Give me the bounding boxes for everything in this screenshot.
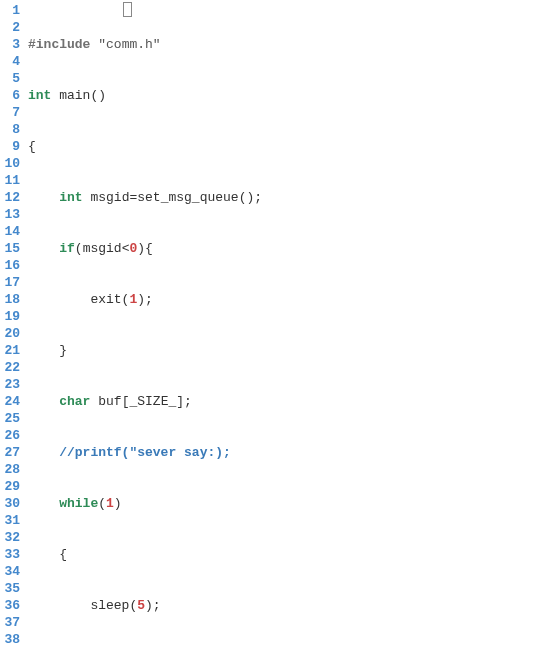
line-number: 13 bbox=[0, 206, 20, 223]
brace: ){ bbox=[137, 241, 153, 256]
brace: } bbox=[59, 343, 67, 358]
line-number: 8 bbox=[0, 121, 20, 138]
paren: ( bbox=[98, 496, 106, 511]
keyword-char: char bbox=[59, 394, 90, 409]
indent bbox=[28, 190, 59, 205]
line-number: 7 bbox=[0, 104, 20, 121]
line-number: 36 bbox=[0, 597, 20, 614]
indent bbox=[28, 343, 59, 358]
line-number: 31 bbox=[0, 512, 20, 529]
code-line[interactable]: { bbox=[28, 138, 560, 155]
line-number: 22 bbox=[0, 359, 20, 376]
ident: main() bbox=[51, 88, 106, 103]
code-line[interactable]: if(msgid<0){ bbox=[28, 240, 560, 257]
line-number: 30 bbox=[0, 495, 20, 512]
paren: ) bbox=[114, 496, 122, 511]
line-number: 35 bbox=[0, 580, 20, 597]
code-line[interactable]: int main() bbox=[28, 87, 560, 104]
indent bbox=[28, 241, 59, 256]
line-number: 28 bbox=[0, 461, 20, 478]
line-number: 23 bbox=[0, 376, 20, 393]
line-number: 9 bbox=[0, 138, 20, 155]
call: exit( bbox=[28, 292, 129, 307]
brace: { bbox=[59, 547, 67, 562]
keyword-int: int bbox=[28, 88, 51, 103]
line-number: 21 bbox=[0, 342, 20, 359]
indent bbox=[28, 496, 59, 511]
keyword-int: int bbox=[59, 190, 82, 205]
line-number: 32 bbox=[0, 529, 20, 546]
ident: msgid=set_msg_queue(); bbox=[83, 190, 262, 205]
line-number: 16 bbox=[0, 257, 20, 274]
line-number: 11 bbox=[0, 172, 20, 189]
indent bbox=[28, 547, 59, 562]
line-number: 5 bbox=[0, 70, 20, 87]
comment: //printf("sever say:); bbox=[28, 445, 231, 460]
line-number: 25 bbox=[0, 410, 20, 427]
line-number: 19 bbox=[0, 308, 20, 325]
line-number: 17 bbox=[0, 274, 20, 291]
number: 1 bbox=[106, 496, 114, 511]
keyword-while: while bbox=[59, 496, 98, 511]
code-line[interactable]: { bbox=[28, 546, 560, 563]
punct: ); bbox=[137, 292, 153, 307]
brace: { bbox=[28, 139, 36, 154]
code-line[interactable]: sleep(5); bbox=[28, 597, 560, 614]
line-number: 4 bbox=[0, 53, 20, 70]
code-editor: 1 2 3 4 5 6 7 8 9 10 11 12 13 14 15 16 1… bbox=[0, 0, 560, 650]
code-line[interactable]: #include "comm.h" bbox=[28, 36, 560, 53]
line-number: 20 bbox=[0, 325, 20, 342]
line-number: 1 bbox=[0, 2, 20, 19]
string: "comm.h" bbox=[98, 37, 160, 52]
line-number: 27 bbox=[0, 444, 20, 461]
code-line[interactable]: } bbox=[28, 342, 560, 359]
line-number: 29 bbox=[0, 478, 20, 495]
code-line[interactable]: int msgid=set_msg_queue(); bbox=[28, 189, 560, 206]
line-number: 18 bbox=[0, 291, 20, 308]
line-number: 37 bbox=[0, 614, 20, 631]
line-number-gutter: 1 2 3 4 5 6 7 8 9 10 11 12 13 14 15 16 1… bbox=[0, 2, 24, 650]
code-line[interactable]: char buf[_SIZE_]; bbox=[28, 393, 560, 410]
line-number: 12 bbox=[0, 189, 20, 206]
line-number: 10 bbox=[0, 155, 20, 172]
code-area[interactable]: #include "comm.h" int main() { int msgid… bbox=[24, 2, 560, 650]
ident: buf[_SIZE_]; bbox=[90, 394, 191, 409]
line-number: 33 bbox=[0, 546, 20, 563]
line-number: 26 bbox=[0, 427, 20, 444]
line-number: 24 bbox=[0, 393, 20, 410]
line-number: 2 bbox=[0, 19, 20, 36]
keyword-if: if bbox=[59, 241, 75, 256]
line-number: 38 bbox=[0, 631, 20, 648]
punct: ); bbox=[145, 598, 161, 613]
line-number: 3 bbox=[0, 36, 20, 53]
line-number: 14 bbox=[0, 223, 20, 240]
line-number: 6 bbox=[0, 87, 20, 104]
line-number: 34 bbox=[0, 563, 20, 580]
preproc: #include bbox=[28, 37, 90, 52]
code-line[interactable]: exit(1); bbox=[28, 291, 560, 308]
indent bbox=[28, 394, 59, 409]
code-line[interactable]: while(1) bbox=[28, 495, 560, 512]
expr: (msgid< bbox=[75, 241, 130, 256]
call: sleep( bbox=[28, 598, 137, 613]
number: 5 bbox=[137, 598, 145, 613]
code-line[interactable]: //printf("sever say:); bbox=[28, 444, 560, 461]
line-number: 15 bbox=[0, 240, 20, 257]
